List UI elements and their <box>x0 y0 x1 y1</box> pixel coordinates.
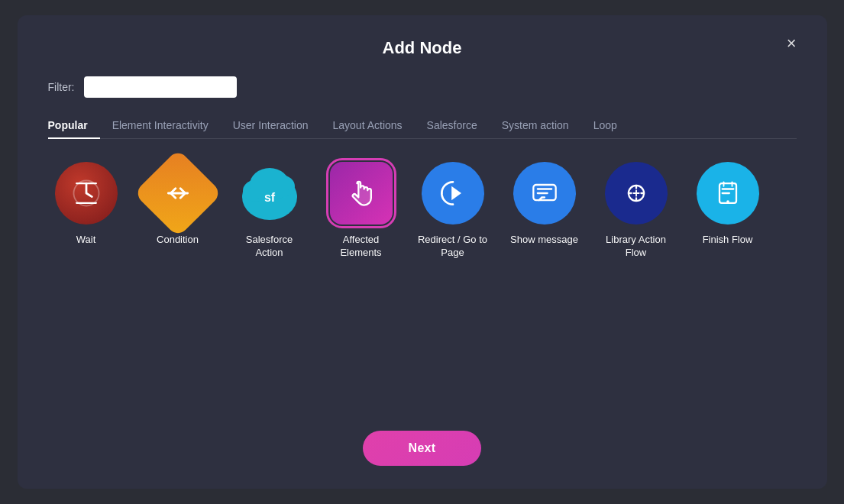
finish-flow-label: Finish Flow <box>703 234 753 247</box>
tab-user-interaction[interactable]: User Interaction <box>221 113 321 139</box>
tab-system-action[interactable]: System action <box>490 113 581 139</box>
modal-title: Add Node <box>383 38 462 58</box>
modal-header: Add Node × <box>48 38 797 58</box>
finish-flow-icon <box>697 162 759 225</box>
library-action-flow-label: Library Action Flow <box>598 234 674 260</box>
node-redirect[interactable]: Redirect / Go to Page <box>415 162 491 260</box>
tab-popular[interactable]: Popular <box>48 113 100 139</box>
tab-layout-actions[interactable]: Layout Actions <box>321 113 415 139</box>
close-button[interactable]: × <box>787 35 797 52</box>
salesforce-icon-wrap: sf <box>238 162 301 225</box>
tab-salesforce[interactable]: Salesforce <box>415 113 490 139</box>
nodes-grid: Wait Condition <box>48 162 797 415</box>
footer: Next <box>48 415 797 466</box>
node-affected-elements[interactable]: Affected Elements <box>323 162 399 260</box>
svg-text:sf: sf <box>264 191 275 204</box>
library-action-flow-icon <box>605 162 668 225</box>
next-button[interactable]: Next <box>363 431 482 466</box>
tabs-container: Popular Element Interactivity User Inter… <box>48 113 797 139</box>
affected-elements-icon <box>330 162 393 225</box>
show-message-icon <box>513 162 576 225</box>
node-finish-flow[interactable]: Finish Flow <box>690 162 766 247</box>
show-message-label: Show message <box>510 234 578 247</box>
condition-icon <box>134 149 222 237</box>
add-node-modal: Add Node × Filter: Popular Element Inter… <box>18 15 827 489</box>
redirect-icon <box>422 162 484 225</box>
salesforce-action-label: Salesforce Action <box>231 234 308 260</box>
node-wait[interactable]: Wait <box>48 162 124 247</box>
filter-input[interactable] <box>84 76 237 98</box>
condition-label: Condition <box>157 234 199 247</box>
node-show-message[interactable]: Show message <box>506 162 583 247</box>
svg-point-9 <box>726 200 729 203</box>
node-salesforce-action[interactable]: sf Salesforce Action <box>231 162 308 260</box>
wait-label: Wait <box>76 234 96 247</box>
condition-icon-wrap <box>147 162 209 225</box>
wait-icon <box>55 162 118 225</box>
node-condition[interactable]: Condition <box>140 162 216 247</box>
salesforce-icon: sf <box>238 162 301 225</box>
tab-loop[interactable]: Loop <box>581 113 629 139</box>
filter-row: Filter: <box>48 76 797 98</box>
filter-label: Filter: <box>48 81 75 93</box>
affected-elements-label: Affected Elements <box>323 234 399 260</box>
redirect-label: Redirect / Go to Page <box>415 234 491 260</box>
node-library-action-flow[interactable]: Library Action Flow <box>598 162 674 260</box>
tab-element-interactivity[interactable]: Element Interactivity <box>100 113 221 139</box>
